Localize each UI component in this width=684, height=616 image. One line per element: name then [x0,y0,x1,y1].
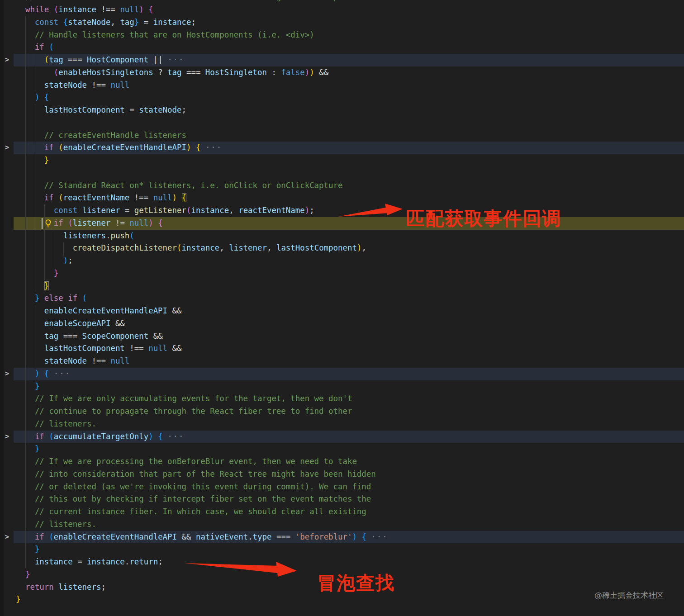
code-line[interactable]: lastHostComponent !== null && [0,342,684,355]
code-line[interactable]: ); [0,255,684,267]
code-line[interactable]: // into consideration that part of the R… [0,468,684,481]
code-line[interactable]: // If we are only accumulating events fo… [0,393,684,405]
code-line[interactable]: if ( [0,41,684,54]
code-line[interactable]: } else if ( [0,292,684,305]
code-line[interactable]: // listeners. [0,518,684,531]
code-line[interactable]: stateNode !== null [0,355,684,368]
code-line[interactable]: enableScopeAPI && [0,317,684,330]
code-line[interactable]: // or deleted (as we're invoking this ev… [0,481,684,493]
fold-chevron-icon[interactable]: > [5,54,9,66]
code-line[interactable]: // listeners. [0,418,684,431]
code-line[interactable]: // Accumulate all instances and listener… [0,0,684,4]
code-line[interactable]: stateNode !== null [0,79,684,92]
code-line[interactable]: } [0,380,684,393]
code-line[interactable]: // Standard React on* listeners, i.e. on… [0,180,684,192]
annotation-label-match: 匹配获取事件回调 [406,206,561,231]
code-line[interactable]: // Handle listeners that are on HostComp… [0,29,684,42]
code-line[interactable] [0,167,684,180]
code-line[interactable]: instance = instance.return; [0,556,684,569]
code-line[interactable]: > ) { ··· [0,368,684,380]
code-line[interactable]: } [0,267,684,280]
code-line[interactable]: // createEventHandle listeners [0,129,684,142]
code-line[interactable]: } [0,280,684,293]
code-line[interactable]: } [0,443,684,455]
code-line[interactable]: } [0,543,684,556]
code-line[interactable]: enableCreateEventHandleAPI && [0,305,684,317]
code-line[interactable]: listeners.push( [0,230,684,242]
annotation-label-bubble: 冒泡查找 [317,571,395,596]
code-line[interactable]: } [0,154,684,167]
editor-left-edge [0,0,4,616]
lightbulb-icon[interactable] [44,218,52,232]
code-line[interactable]: lastHostComponent = stateNode; [0,104,684,117]
code-line[interactable]: // this out by checking if intercept fib… [0,493,684,506]
watermark: @稀土掘金技术社区 [594,590,664,601]
code-line[interactable]: (enableHostSingletons ? tag === HostSing… [0,66,684,79]
code-line[interactable]: > if (enableCreateEventHandleAPI && nati… [0,531,684,544]
code-line[interactable]: // current instance fiber. In which case… [0,506,684,518]
code-area[interactable]: // Accumulate all instances and listener… [0,0,684,606]
code-line[interactable]: if (listener != null) { [0,217,684,230]
fold-chevron-icon[interactable]: > [5,142,9,154]
code-line[interactable]: if (reactEventName !== null) { [0,192,684,204]
code-line[interactable]: while (instance !== null) { [0,4,684,16]
code-line[interactable]: // continue to propagate through the Rea… [0,405,684,418]
code-line[interactable]: // If we are processing the onBeforeBlur… [0,455,684,468]
fold-chevron-icon[interactable]: > [5,431,9,443]
code-line[interactable]: > (tag === HostComponent || ··· [0,54,684,66]
code-line[interactable]: ) { [0,91,684,104]
code-line[interactable]: createDispatchListener(instance, listene… [0,242,684,255]
code-line[interactable]: > if (enableCreateEventHandleAPI) { ··· [0,142,684,154]
fold-chevron-icon[interactable]: > [5,531,9,544]
code-line[interactable] [0,117,684,129]
fold-chevron-icon[interactable]: > [5,368,9,380]
code-line[interactable]: tag === ScopeComponent && [0,330,684,343]
code-line[interactable]: const {stateNode, tag} = instance; [0,16,684,29]
code-line[interactable]: const listener = getListener(instance, r… [0,204,684,217]
text-cursor [42,218,43,229]
code-line[interactable]: > if (accumulateTargetOnly) { ··· [0,431,684,443]
